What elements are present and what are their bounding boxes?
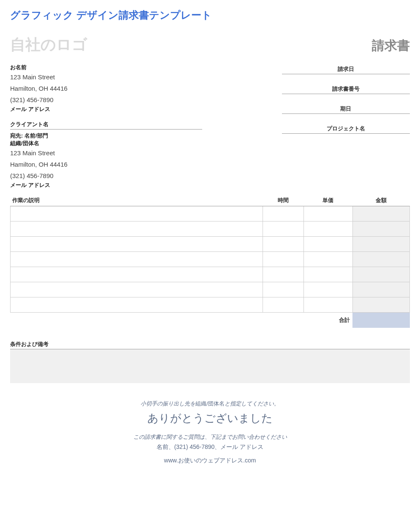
client-email-label: メール アドレス [10, 181, 202, 189]
client-header: クライアント名 [10, 121, 202, 130]
due-date-label: 期日 [282, 103, 410, 114]
col-hours: 時間 [263, 195, 304, 206]
from-name-label: お名前 [10, 64, 202, 71]
client-phone: (321) 456-7890 [10, 170, 202, 181]
table-row [11, 297, 410, 313]
from-phone: (321) 456-7890 [10, 94, 202, 105]
table-row [11, 267, 410, 282]
page-title: グラフィック デザイン請求書テンプレート [10, 8, 410, 22]
table-row [11, 282, 410, 297]
logo-placeholder: 自社のロゴ [10, 35, 87, 55]
table-row [11, 237, 410, 252]
total-row: 合計 [11, 313, 410, 328]
from-address2: Hamilton, OH 44416 [10, 83, 202, 94]
notes-header: 条件および備考 [10, 340, 410, 349]
contact-details: 名前、(321) 456-7890、メール アドレス [10, 443, 410, 451]
invoice-title: 請求書 [372, 37, 410, 54]
table-row [11, 221, 410, 237]
project-name-label: プロジェクト名 [282, 123, 410, 134]
from-block: お名前 123 Main Street Hamilton, OH 44416 (… [10, 64, 202, 189]
total-label: 合計 [11, 313, 353, 328]
contact-line: この請求書に関するご質問は、下記までお問い合わせください [10, 433, 410, 441]
check-prefix: 小切手の振り出し先を [141, 400, 195, 407]
client-address2: Hamilton, OH 44416 [10, 159, 202, 170]
client-address1: 123 Main Street [10, 147, 202, 159]
check-suffix: と指定してください。 [225, 400, 279, 407]
from-email-label: メール アドレス [10, 105, 202, 113]
table-row [11, 252, 410, 267]
header-row: 自社のロゴ 請求書 [10, 35, 410, 55]
invoice-number-label: 請求書番号 [282, 84, 410, 94]
line-items-table: 作業の説明 時間 単価 金額 合計 [10, 195, 410, 328]
total-value [352, 313, 409, 328]
col-amount: 金額 [352, 195, 409, 206]
check-org: 組織/団体名 [195, 400, 225, 407]
client-attn: 宛先: 名前/部門 [10, 132, 202, 140]
invoice-date-label: 請求日 [282, 64, 410, 74]
from-address1: 123 Main Street [10, 71, 202, 83]
notes-area [10, 349, 410, 383]
footer: 小切手の振り出し先を組織/団体名と指定してください。 ありがとうございました こ… [10, 400, 410, 465]
col-desc: 作業の説明 [11, 195, 263, 206]
table-row [11, 206, 410, 221]
col-rate: 単価 [304, 195, 353, 206]
thanks-message: ありがとうございました [10, 411, 410, 426]
client-org: 組織/団体名 [10, 140, 202, 147]
check-line: 小切手の振り出し先を組織/団体名と指定してください。 [10, 400, 410, 408]
info-section: お名前 123 Main Street Hamilton, OH 44416 (… [10, 64, 410, 189]
website: www.お使いのウェブアドレス.com [10, 457, 410, 465]
meta-block: 請求日 請求書番号 期日 プロジェクト名 [282, 64, 410, 189]
